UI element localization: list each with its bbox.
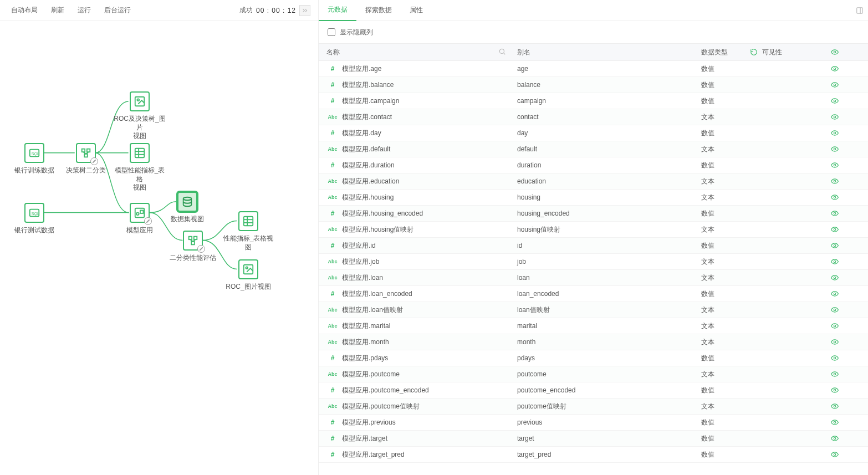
numeric-type-icon [326,451,339,458]
panel-collapse-button[interactable] [851,0,868,21]
table-row[interactable]: 模型应用.target_predtarget_pred数值 [319,447,868,463]
table-row[interactable]: 模型应用.maritalmarital文本 [319,318,868,334]
background-run-button[interactable]: 后台运行 [98,0,137,21]
visibility-toggle-icon[interactable] [831,354,839,362]
visibility-toggle-icon[interactable] [831,338,839,346]
field-alias: poutcome [517,370,547,378]
visibility-toggle-icon[interactable] [831,418,839,426]
tab-properties[interactable]: 属性 [401,0,432,21]
svg-point-41 [834,244,836,247]
node-roc-tree-image[interactable]: ROC及决策树_图片 视图 [112,91,167,141]
visibility-toggle-icon[interactable] [831,210,839,217]
refresh-button[interactable]: 刷新 [44,0,71,21]
node-roc-image[interactable]: ROC_图片视图 [221,259,276,292]
field-name: 模型应用.poutcome_encoded [342,386,429,395]
visibility-toggle-icon[interactable] [831,306,839,314]
table-row[interactable]: 模型应用.educationeducation文本 [319,173,868,190]
table-row[interactable]: 模型应用.housing值映射housing值映射文本 [319,222,868,238]
table-row[interactable]: 模型应用.campaigncampaign数值 [319,93,868,109]
node-perf-table2[interactable]: 性能指标_表格视图 [221,211,276,252]
table-row[interactable]: 模型应用.balancebalance数值 [319,77,868,93]
field-datatype: 文本 [701,338,714,346]
table-row[interactable]: 模型应用.housing_encodedhousing_encoded数值 [319,206,868,222]
text-type-icon [326,195,339,200]
expand-button[interactable] [299,5,310,16]
show-hidden-checkbox[interactable] [328,28,335,36]
visibility-toggle-icon[interactable] [831,129,839,137]
header-visibility[interactable]: 可见性 [762,48,782,57]
svg-point-39 [834,212,836,214]
visibility-toggle-icon[interactable] [831,435,839,442]
visibility-toggle-icon[interactable] [831,242,839,249]
table-row[interactable]: 模型应用.loanloan文本 [319,270,868,286]
node-perf-table1[interactable]: 模型性能指标_表格 视图 [112,143,167,192]
visibility-toggle-icon[interactable] [831,226,839,233]
field-name: 模型应用.job [342,257,379,267]
header-datatype[interactable]: 数据类型 [701,48,728,56]
visibility-toggle-icon[interactable] [831,193,839,201]
svg-point-49 [834,373,836,375]
table-row[interactable]: 模型应用.poutcomepoutcome文本 [319,366,868,382]
visibility-toggle-icon[interactable] [831,451,839,458]
field-datatype: 数值 [701,210,714,217]
visibility-toggle-icon[interactable] [831,402,839,410]
field-alias: housing_encoded [517,210,570,217]
search-icon[interactable] [498,48,506,57]
visibility-toggle-icon[interactable] [831,81,839,89]
visibility-toggle-icon[interactable] [831,177,839,185]
refresh-icon[interactable] [746,48,762,56]
table-row[interactable]: 模型应用.pdayspdays数值 [319,350,868,366]
visibility-header-icon[interactable] [801,48,868,56]
field-name: 模型应用.id [342,241,376,251]
visibility-toggle-icon[interactable] [831,274,839,282]
table-row[interactable]: 模型应用.jobjob文本 [319,254,868,270]
table-row[interactable]: 模型应用.ageage数值 [319,61,868,77]
table-row[interactable]: 模型应用.dayday数值 [319,125,868,141]
table-row[interactable]: 模型应用.loan_encodedloan_encoded数值 [319,286,868,302]
visibility-toggle-icon[interactable] [831,97,839,105]
visibility-toggle-icon[interactable] [831,370,839,378]
visibility-toggle-icon[interactable] [831,322,839,330]
node-test-data[interactable]: SQL 银行测试数据 [7,203,62,235]
field-datatype: 数值 [701,81,714,89]
visibility-toggle-icon[interactable] [831,65,839,73]
svg-point-52 [834,421,836,423]
visibility-toggle-icon[interactable] [831,113,839,121]
visibility-toggle-icon[interactable] [831,258,839,265]
table-row[interactable]: 模型应用.monthmonth文本 [319,334,868,350]
visibility-toggle-icon[interactable] [831,161,839,169]
table-row[interactable]: 模型应用.contactcontact文本 [319,109,868,125]
node-decision-tree[interactable]: 决策树二分类 [58,143,114,175]
table-row[interactable]: 模型应用.loan值映射loan值映射文本 [319,302,868,318]
show-hidden-label[interactable]: 显示隐藏列 [340,28,373,37]
header-alias[interactable]: 别名 [517,48,530,56]
run-button[interactable]: 运行 [71,0,98,21]
text-type-icon [326,339,339,345]
node-label: 模型应用 [126,226,153,235]
table-row[interactable]: 模型应用.durationduration数值 [319,157,868,173]
field-datatype: 数值 [701,451,714,458]
workflow-canvas[interactable]: SQL 银行训练数据 SQL 银行测试数据 决策树二分类 ROC及决策树_图片 … [0,21,318,475]
visibility-toggle-icon[interactable] [831,290,839,298]
node-binary-eval[interactable]: 二分类性能评估 [165,231,221,263]
field-name: 模型应用.campaign [342,96,399,106]
field-datatype: 文本 [701,306,714,314]
node-model-apply[interactable]: 模型应用 [112,203,167,235]
tab-explore[interactable]: 探索数据 [356,0,401,21]
auto-layout-button[interactable]: 自动布局 [4,0,44,21]
visibility-toggle-icon[interactable] [831,386,839,394]
table-row[interactable]: 模型应用.targettarget数值 [319,431,868,447]
tab-metadata[interactable]: 元数据 [319,0,356,21]
visibility-toggle-icon[interactable] [831,145,839,153]
table-row[interactable]: 模型应用.poutcome值映射poutcome值映射文本 [319,399,868,415]
node-dataset-view[interactable]: 数据集视图 [160,192,215,224]
metadata-table-body[interactable]: 模型应用.ageage数值模型应用.balancebalance数值模型应用.c… [319,61,868,475]
field-name: 模型应用.day [342,129,381,138]
table-row[interactable]: 模型应用.housinghousing文本 [319,190,868,206]
table-row[interactable]: 模型应用.poutcome_encodedpoutcome_encoded数值 [319,382,868,399]
header-name[interactable]: 名称 [326,48,340,57]
node-train-data[interactable]: SQL 银行训练数据 [7,143,62,175]
table-row[interactable]: 模型应用.previousprevious数值 [319,415,868,431]
table-row[interactable]: 模型应用.defaultdefault文本 [319,141,868,157]
table-row[interactable]: 模型应用.idid数值 [319,238,868,254]
